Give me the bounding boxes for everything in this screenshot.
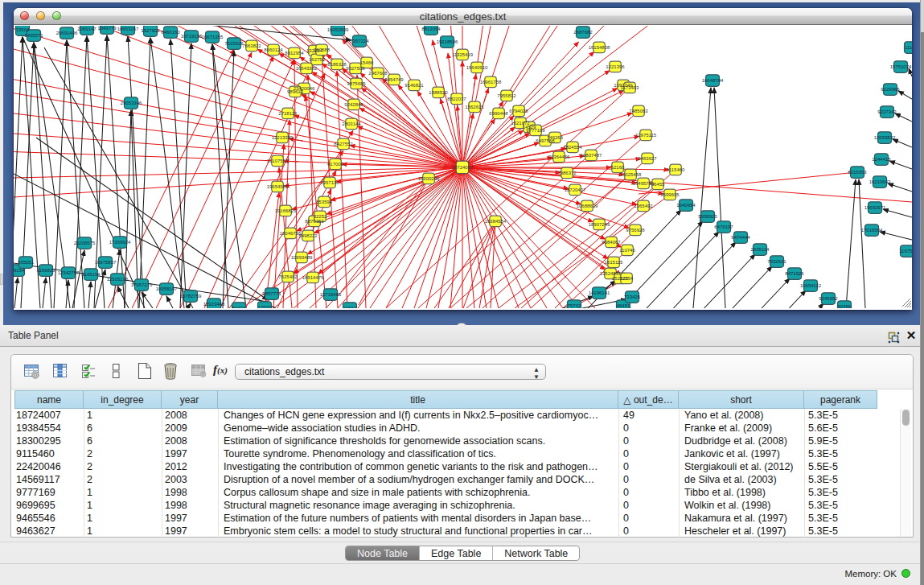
svg-text:20691406: 20691406 (56, 31, 78, 35)
svg-text:15640910: 15640910 (466, 65, 488, 70)
svg-text:8660124: 8660124 (264, 47, 283, 52)
svg-text:8186328: 8186328 (327, 62, 347, 67)
svg-text:2687682: 2687682 (573, 30, 593, 35)
svg-text:1173493: 1173493 (621, 85, 640, 90)
svg-text:10958107: 10958107 (156, 286, 178, 291)
svg-text:8912954: 8912954 (285, 51, 304, 56)
svg-text:8471626: 8471626 (785, 271, 804, 276)
svg-text:7955812: 7955812 (497, 93, 516, 98)
svg-text:19384554: 19384554 (485, 219, 507, 224)
svg-text:6990448: 6990448 (489, 111, 508, 116)
svg-text:3875685: 3875685 (347, 81, 366, 86)
svg-text:1043779: 1043779 (97, 26, 117, 31)
svg-text:9242848: 9242848 (344, 102, 363, 107)
svg-text:12533: 12533 (258, 305, 272, 308)
svg-text:1221396: 1221396 (606, 64, 625, 69)
svg-text:1562615: 1562615 (465, 105, 484, 109)
svg-text:75702: 75702 (568, 303, 581, 308)
svg-text:46451: 46451 (617, 303, 630, 308)
svg-text:9227342: 9227342 (877, 109, 897, 114)
svg-text:12213389: 12213389 (272, 135, 294, 140)
svg-text:16648784: 16648784 (702, 78, 724, 83)
svg-text:116753: 116753 (899, 249, 912, 253)
svg-text:3267130: 3267130 (320, 180, 339, 185)
svg-text:6794028: 6794028 (509, 109, 528, 113)
svg-text:6466160: 6466160 (161, 30, 180, 35)
svg-text:8215953: 8215953 (848, 170, 867, 175)
svg-text:11174: 11174 (905, 45, 912, 50)
svg-text:12923448: 12923448 (203, 302, 225, 307)
svg-text:59434: 59434 (232, 306, 246, 308)
svg-text:16053809: 16053809 (327, 27, 349, 32)
svg-text:7632621: 7632621 (767, 259, 786, 264)
svg-text:260588: 260588 (314, 47, 331, 52)
svg-text:17957275: 17957275 (131, 282, 153, 287)
svg-text:110746: 110746 (619, 248, 635, 253)
svg-text:18724007: 18724007 (452, 165, 474, 170)
svg-text:7625402: 7625402 (278, 274, 298, 279)
svg-text:8813054: 8813054 (421, 27, 441, 31)
svg-text:162752: 162752 (309, 57, 326, 62)
svg-text:29053346: 29053346 (121, 101, 142, 105)
svg-text:9327508: 9327508 (346, 66, 365, 71)
svg-text:1405571: 1405571 (24, 33, 43, 38)
svg-text:7515526: 7515526 (224, 41, 244, 46)
svg-text:2935114: 2935114 (751, 247, 770, 252)
svg-text:10993489: 10993489 (291, 255, 313, 260)
svg-text:9129966: 9129966 (881, 87, 900, 92)
svg-text:15716485: 15716485 (320, 292, 342, 297)
svg-text:853594: 853594 (316, 200, 333, 204)
svg-text:1588520: 1588520 (429, 90, 448, 95)
svg-text:15720407: 15720407 (565, 187, 586, 192)
svg-text:10107553: 10107553 (267, 159, 289, 163)
svg-text:1156829: 1156829 (37, 268, 56, 273)
svg-text:9857771: 9857771 (262, 291, 281, 296)
svg-text:733426: 733426 (624, 295, 641, 299)
svg-text:3824554: 3824554 (563, 145, 582, 150)
svg-text:9146821: 9146821 (405, 83, 424, 88)
svg-text:62160: 62160 (611, 165, 625, 170)
svg-text:7357224: 7357224 (350, 39, 369, 43)
svg-text:10807487: 10807487 (581, 153, 602, 158)
svg-text:19218506: 19218506 (437, 39, 458, 44)
svg-text:9245652: 9245652 (819, 296, 838, 301)
svg-text:10654112: 10654112 (800, 283, 822, 288)
svg-text:7485063: 7485063 (629, 109, 648, 113)
svg-text:15692971: 15692971 (864, 205, 886, 210)
svg-text:8822037: 8822037 (447, 97, 466, 101)
svg-text:8878353: 8878353 (305, 219, 324, 224)
svg-text:2069147: 2069147 (77, 27, 97, 31)
svg-text:5938923: 5938923 (698, 214, 717, 219)
svg-text:10719155: 10719155 (181, 34, 203, 39)
svg-text:19654955: 19654955 (267, 184, 289, 189)
svg-text:9115460: 9115460 (667, 167, 686, 172)
svg-text:10688609: 10688609 (577, 204, 598, 208)
svg-text:9756928: 9756928 (626, 228, 645, 233)
svg-text:14196141: 14196141 (589, 290, 610, 295)
svg-text:12975115: 12975115 (635, 133, 657, 138)
svg-text:11325419: 11325419 (452, 52, 474, 57)
svg-text:16154808: 16154808 (589, 45, 610, 50)
svg-text:16543382: 16543382 (296, 66, 318, 71)
svg-text:15751074: 15751074 (890, 64, 912, 69)
svg-text:12093832: 12093832 (874, 135, 896, 140)
svg-text:12505135: 12505135 (107, 277, 129, 282)
svg-text:18300295: 18300295 (418, 176, 440, 181)
svg-text:12342757: 12342757 (58, 270, 80, 275)
svg-text:16210643: 16210643 (869, 179, 891, 184)
svg-text:2803144: 2803144 (342, 122, 361, 126)
svg-text:16961758: 16961758 (480, 80, 502, 84)
svg-text:19662: 19662 (343, 306, 357, 308)
svg-text:1244415: 1244415 (872, 157, 891, 162)
svg-text:33504: 33504 (16, 27, 30, 32)
svg-text:10975857: 10975857 (95, 260, 117, 265)
svg-text:18907249: 18907249 (589, 222, 610, 227)
svg-text:9084067: 9084067 (602, 240, 621, 245)
svg-text:746266: 746266 (547, 135, 564, 140)
svg-text:96455: 96455 (651, 182, 665, 187)
svg-text:1615115: 1615115 (605, 260, 624, 265)
svg-text:5498222: 5498222 (298, 233, 318, 238)
svg-text:1145194: 1145194 (82, 272, 101, 277)
svg-text:15466: 15466 (360, 60, 374, 65)
svg-text:12254: 12254 (620, 276, 634, 281)
